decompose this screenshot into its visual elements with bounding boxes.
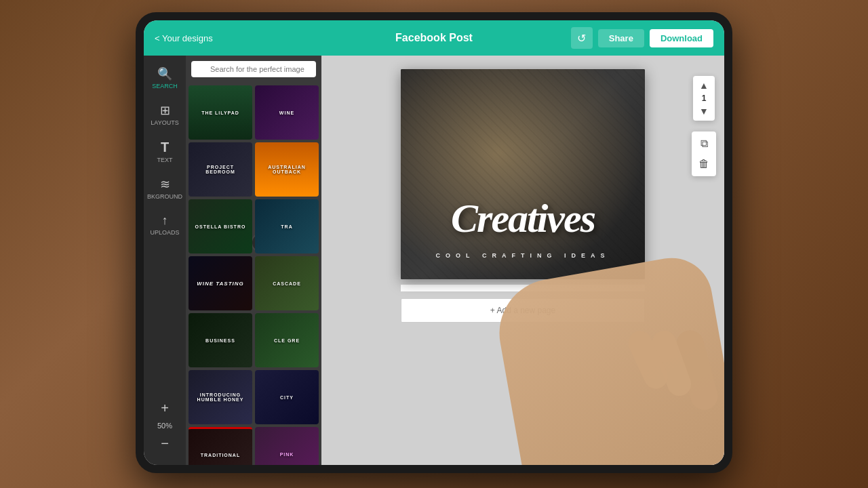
right-controls: ▲ 1 ▼ ⧉ 🗑 <box>692 76 716 176</box>
page-up-button[interactable]: ▲ <box>696 79 712 92</box>
search-icon: 🔍 <box>157 66 172 81</box>
template-label: THE LILYPAD <box>189 85 252 140</box>
template-label: CITY <box>255 370 319 424</box>
template-title: Australian Outback <box>258 165 316 174</box>
template-title: CASCADE <box>273 281 301 286</box>
template-card[interactable]: BUSINESS <box>189 313 252 367</box>
template-label: PROJECT BEDROOM <box>189 142 252 197</box>
sidebar-item-background[interactable]: ≋ BKGROUND <box>144 171 186 205</box>
template-title: OSTELLA BISTRO <box>195 224 246 229</box>
page-number: 1 <box>702 94 707 103</box>
template-title: PROJECT BEDROOM <box>191 165 250 174</box>
canvas-area: Creatives COOL CRAFTING IDEAS + Add a ne… <box>321 56 724 465</box>
background-icon: ≋ <box>160 177 170 192</box>
download-button[interactable]: Download <box>650 29 713 47</box>
sidebar-item-search[interactable]: 🔍 SEARCH <box>144 61 186 95</box>
sidebar-label-search: SEARCH <box>152 83 178 89</box>
template-card[interactable]: WINE <box>255 85 319 140</box>
template-card[interactable]: PROJECT BEDROOM <box>189 142 252 197</box>
delete-page-button[interactable]: 🗑 <box>694 155 713 174</box>
template-label: TRADITIONAL <box>189 429 252 465</box>
canvas-title: Creatives <box>451 195 595 242</box>
templates-panel: 🔍 THE LILYPAD WINE <box>186 56 321 465</box>
template-label: OSTELLA BISTRO <box>189 199 252 253</box>
template-label: TRA <box>255 199 319 253</box>
template-title: BUSINESS <box>205 338 235 343</box>
templates-grid: THE LILYPAD WINE PROJECT BEDROOM <box>186 83 321 465</box>
canvas-wrapper: Creatives COOL CRAFTING IDEAS + Add a ne… <box>401 69 645 323</box>
template-title-wine-tasting: Wine Tasting <box>197 281 244 287</box>
template-label: Wine Tasting <box>189 256 252 310</box>
template-label: Introducing HUMBLE HONEY <box>189 370 252 424</box>
sidebar-label-text: TEXT <box>157 157 172 163</box>
template-card[interactable]: Australian Outback <box>255 142 319 197</box>
template-title: Introducing HUMBLE HONEY <box>191 392 250 402</box>
template-label: CASCADE <box>255 256 319 310</box>
sidebar-label-layouts: LAYOUTS <box>151 119 178 126</box>
template-card[interactable]: OSTELLA BISTRO <box>189 199 252 253</box>
back-button[interactable]: < Your designs <box>155 33 213 43</box>
template-card[interactable]: PINK <box>255 427 319 465</box>
sidebar-item-uploads[interactable]: ↑ UPLOADS <box>144 208 186 241</box>
sidebar-item-layouts[interactable]: ⊞ LAYOUTS <box>144 98 186 131</box>
layouts-icon: ⊞ <box>160 103 170 118</box>
template-card[interactable]: THE LILYPAD <box>189 85 252 140</box>
tablet-frame: < Your designs Facebook Post ↺ Share Dow… <box>136 12 732 473</box>
template-title: TRADITIONAL <box>201 453 240 458</box>
sidebar-item-text[interactable]: T TEXT <box>144 134 186 169</box>
template-card-wine-tasting[interactable]: Wine Tasting <box>189 256 252 310</box>
template-label: PINK <box>255 427 319 465</box>
template-card[interactable]: CASCADE <box>255 256 319 310</box>
page-down-button[interactable]: ▼ <box>696 104 712 118</box>
add-page-button[interactable]: + Add a new page <box>401 298 645 323</box>
copy-page-button[interactable]: ⧉ <box>694 134 713 153</box>
sidebar-label-uploads: UPLOADS <box>150 229 179 236</box>
canvas-texture <box>401 69 645 279</box>
template-label: BUSINESS <box>189 313 252 367</box>
header-actions: ↺ Share Download <box>571 27 713 49</box>
zoom-level: 50% <box>157 422 172 430</box>
share-button[interactable]: Share <box>598 29 644 47</box>
template-title: CITY <box>280 395 294 400</box>
page-title: Facebook Post <box>395 32 473 44</box>
page-navigation: ▲ 1 ▼ <box>693 76 715 121</box>
canvas-spacer <box>401 285 645 291</box>
template-title: TRA <box>281 224 292 229</box>
tablet-screen: < Your designs Facebook Post ↺ Share Dow… <box>144 20 724 465</box>
canvas-subtitle: COOL CRAFTING IDEAS <box>436 252 610 259</box>
template-card[interactable]: TRADITIONAL <box>189 427 252 465</box>
sidebar: 🔍 SEARCH ⊞ LAYOUTS T TEXT ≋ BKGROUND ↑ <box>144 56 186 465</box>
canvas-card[interactable]: Creatives COOL CRAFTING IDEAS <box>401 69 645 279</box>
main-content: 🔍 SEARCH ⊞ LAYOUTS T TEXT ≋ BKGROUND ↑ <box>144 56 724 465</box>
sidebar-bottom: + 50% − <box>154 392 176 460</box>
undo-button[interactable]: ↺ <box>571 27 593 49</box>
template-card[interactable]: CLE GRE <box>255 313 319 367</box>
template-title: THE LILYPAD <box>201 110 239 115</box>
header-inner: < Your designs Facebook Post ↺ Share Dow… <box>155 27 713 49</box>
search-wrapper: 🔍 <box>191 61 316 77</box>
upload-icon: ↑ <box>162 214 168 228</box>
app-header: < Your designs Facebook Post ↺ Share Dow… <box>144 20 724 56</box>
template-title: WINE <box>279 110 294 115</box>
zoom-out-button[interactable]: − <box>154 432 176 454</box>
template-card[interactable]: TRA <box>255 199 319 253</box>
zoom-in-button[interactable]: + <box>154 397 176 419</box>
template-label: WINE <box>255 85 319 140</box>
template-card[interactable]: CITY <box>255 370 319 424</box>
search-bar: 🔍 <box>186 56 321 83</box>
search-input[interactable] <box>191 61 316 77</box>
page-actions: ⧉ 🗑 <box>692 131 716 176</box>
text-icon: T <box>161 140 169 155</box>
template-title: PINK <box>280 452 294 457</box>
template-title: CLE GRE <box>274 338 300 343</box>
template-card[interactable]: Introducing HUMBLE HONEY <box>189 370 252 424</box>
sidebar-label-background: BKGROUND <box>147 193 182 200</box>
template-label: Australian Outback <box>255 142 319 197</box>
template-label: CLE GRE <box>255 313 319 367</box>
